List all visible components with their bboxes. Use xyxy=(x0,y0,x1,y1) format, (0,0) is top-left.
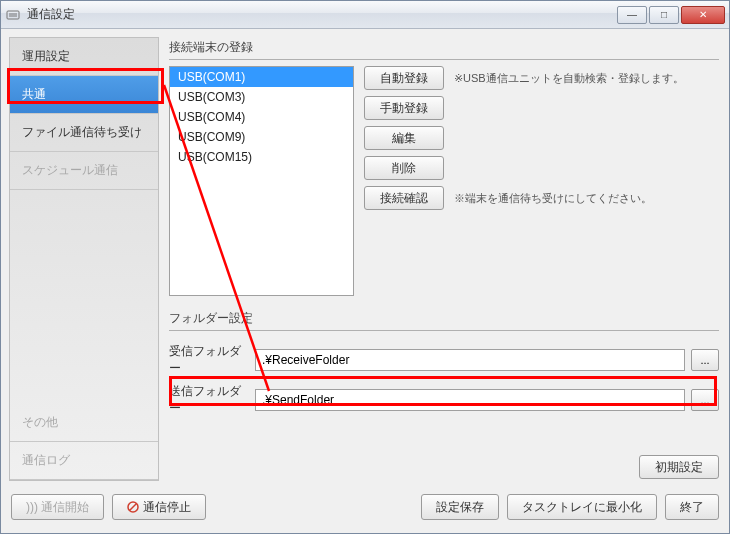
sidebar-item-commlog[interactable]: 通信ログ xyxy=(10,442,158,480)
receive-folder-input[interactable] xyxy=(255,349,685,371)
delete-button[interactable]: 削除 xyxy=(364,156,444,180)
sidebar-item-schedule[interactable]: スケジュール通信 xyxy=(10,152,158,190)
btn-label: ))) 通信開始 xyxy=(26,499,89,516)
check-hint: ※端末を通信待ち受けにしてください。 xyxy=(454,191,652,206)
app-icon xyxy=(5,7,21,23)
sidebar-spacer xyxy=(10,190,158,404)
maximize-button[interactable]: □ xyxy=(649,6,679,24)
sidebar-label: ファイル通信待ち受け xyxy=(22,125,142,139)
list-item-label: USB(COM4) xyxy=(178,110,245,124)
send-folder-label: 送信フォルダー xyxy=(169,383,249,417)
send-folder-row: 送信フォルダー ... xyxy=(169,383,719,417)
edit-button[interactable]: 編集 xyxy=(364,126,444,150)
sidebar-item-common[interactable]: 共通 xyxy=(10,76,158,114)
sidebar-label: 運用設定 xyxy=(22,49,70,63)
init-row: 初期設定 xyxy=(169,455,719,479)
list-item[interactable]: USB(COM9) xyxy=(170,127,353,147)
save-settings-button[interactable]: 設定保存 xyxy=(421,494,499,520)
terminal-buttons: 自動登録 ※USB通信ユニットを自動検索・登録します。 手動登録 編集 削除 接… xyxy=(364,66,684,296)
list-item[interactable]: USB(COM4) xyxy=(170,107,353,127)
auto-register-button[interactable]: 自動登録 xyxy=(364,66,444,90)
terminal-group-title: 接続端末の登録 xyxy=(169,39,719,60)
btn-label: 削除 xyxy=(392,160,416,177)
list-item-label: USB(COM9) xyxy=(178,130,245,144)
btn-label: ... xyxy=(700,394,709,406)
terminal-listbox[interactable]: USB(COM1) USB(COM3) USB(COM4) USB(COM9) … xyxy=(169,66,354,296)
sidebar-label: 通信ログ xyxy=(22,453,70,467)
terminal-section: 接続端末の登録 USB(COM1) USB(COM3) USB(COM4) US… xyxy=(169,39,719,296)
btn-label: タスクトレイに最小化 xyxy=(522,499,642,516)
sidebar-item-operation[interactable]: 運用設定 xyxy=(10,38,158,76)
svg-line-5 xyxy=(130,504,137,511)
list-item-label: USB(COM3) xyxy=(178,90,245,104)
auto-hint: ※USB通信ユニットを自動検索・登録します。 xyxy=(454,71,684,86)
svg-rect-0 xyxy=(7,11,19,19)
content-row: 運用設定 共通 ファイル通信待ち受け スケジュール通信 その他 通信ログ 接続端… xyxy=(9,37,721,481)
btn-label: ... xyxy=(700,354,709,366)
btn-label: 初期設定 xyxy=(655,459,703,476)
window-title: 通信設定 xyxy=(27,6,615,23)
receive-browse-button[interactable]: ... xyxy=(691,349,719,371)
titlebar-buttons: — □ ✕ xyxy=(615,6,725,24)
main-panel: 接続端末の登録 USB(COM1) USB(COM3) USB(COM4) US… xyxy=(167,37,721,481)
receive-folder-label: 受信フォルダー xyxy=(169,343,249,377)
close-button[interactable]: ✕ xyxy=(681,6,725,24)
send-browse-button[interactable]: ... xyxy=(691,389,719,411)
receive-folder-row: 受信フォルダー ... xyxy=(169,343,719,377)
sidebar-label: その他 xyxy=(22,415,58,429)
terminal-row: USB(COM1) USB(COM3) USB(COM4) USB(COM9) … xyxy=(169,66,719,296)
send-folder-input[interactable] xyxy=(255,389,685,411)
start-comm-button[interactable]: ))) 通信開始 xyxy=(11,494,104,520)
minimize-button[interactable]: — xyxy=(617,6,647,24)
list-item[interactable]: USB(COM3) xyxy=(170,87,353,107)
init-settings-button[interactable]: 初期設定 xyxy=(639,455,719,479)
minimize-tray-button[interactable]: タスクトレイに最小化 xyxy=(507,494,657,520)
window-body: 運用設定 共通 ファイル通信待ち受け スケジュール通信 その他 通信ログ 接続端… xyxy=(1,29,729,533)
manual-register-button[interactable]: 手動登録 xyxy=(364,96,444,120)
window: 通信設定 — □ ✕ 運用設定 共通 ファイル通信待ち受け スケジュール通信 そ… xyxy=(0,0,730,534)
btn-row: 接続確認 ※端末を通信待ち受けにしてください。 xyxy=(364,186,684,210)
list-item[interactable]: USB(COM1) xyxy=(170,67,353,87)
sidebar: 運用設定 共通 ファイル通信待ち受け スケジュール通信 その他 通信ログ xyxy=(9,37,159,481)
list-item-label: USB(COM15) xyxy=(178,150,252,164)
check-connection-button[interactable]: 接続確認 xyxy=(364,186,444,210)
stop-comm-button[interactable]: 通信停止 xyxy=(112,494,206,520)
btn-row: 自動登録 ※USB通信ユニットを自動検索・登録します。 xyxy=(364,66,684,90)
btn-label: 自動登録 xyxy=(380,70,428,87)
exit-button[interactable]: 終了 xyxy=(665,494,719,520)
folder-group-title: フォルダー設定 xyxy=(169,310,719,331)
btn-label: 設定保存 xyxy=(436,499,484,516)
list-item[interactable]: USB(COM15) xyxy=(170,147,353,167)
btn-label: 通信停止 xyxy=(143,499,191,516)
btn-label: 編集 xyxy=(392,130,416,147)
btn-label: 接続確認 xyxy=(380,190,428,207)
sidebar-label: スケジュール通信 xyxy=(22,163,118,177)
btn-label: 手動登録 xyxy=(380,100,428,117)
list-item-label: USB(COM1) xyxy=(178,70,245,84)
folder-section: フォルダー設定 受信フォルダー ... 送信フォルダー ... xyxy=(169,310,719,417)
sidebar-item-other[interactable]: その他 xyxy=(10,404,158,442)
sidebar-label: 共通 xyxy=(22,87,46,101)
btn-label: 終了 xyxy=(680,499,704,516)
titlebar: 通信設定 — □ ✕ xyxy=(1,1,729,29)
sidebar-item-filecomm[interactable]: ファイル通信待ち受け xyxy=(10,114,158,152)
footer-bar: ))) 通信開始 通信停止 設定保存 タスクトレイに最小化 終了 xyxy=(9,489,721,525)
stop-icon xyxy=(127,501,139,513)
